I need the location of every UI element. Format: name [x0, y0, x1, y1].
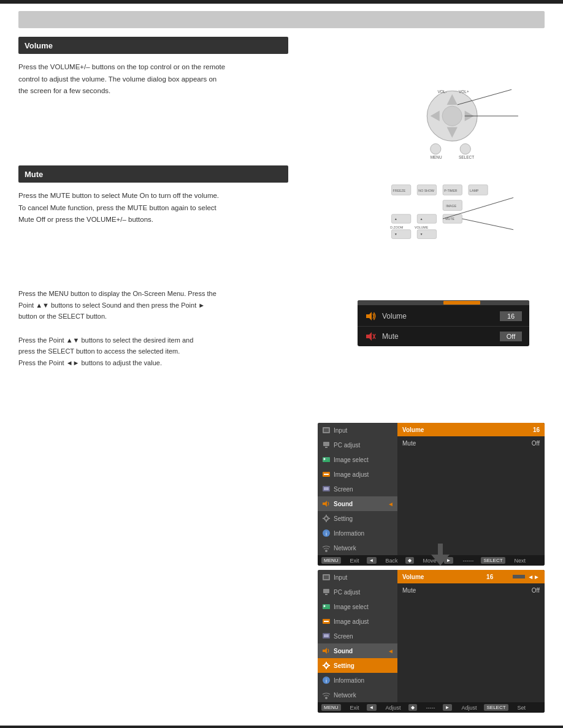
menu-key2: MENU [321, 704, 341, 711]
remote-top-illustration: VOL- VOL+ MENU SELECT [391, 80, 526, 165]
sound-arrow2: ◄ [388, 648, 394, 654]
footer2-set: SELECT Set [484, 704, 526, 711]
volume-icon [365, 311, 377, 321]
svg-point-8 [431, 143, 441, 154]
pc-icon [321, 440, 331, 450]
footer2-dash: ► Adjust [443, 704, 477, 711]
svg-marker-39 [366, 332, 372, 341]
svg-rect-78 [326, 668, 327, 669]
svg-point-69 [324, 605, 326, 607]
svg-rect-67 [325, 594, 327, 595]
body-text-3: Press the MENU button to display the On-… [18, 288, 282, 369]
menu1-item-setting: Setting [318, 511, 397, 526]
svg-text:LAMP: LAMP [470, 189, 479, 192]
menu2-item-input: Input [318, 570, 397, 585]
footer2-menu: MENU Exit [321, 704, 359, 711]
body-text-1: Press the VOLUME+/– buttons on the top c… [18, 61, 282, 97]
svg-text:VOL+: VOL+ [459, 89, 469, 94]
setting-icon [321, 514, 331, 523]
image-adjust-icon [321, 469, 331, 479]
input-icon [321, 425, 331, 435]
information-icon2: i [321, 675, 331, 685]
section1-header: Volume [18, 37, 288, 54]
remote-bottom-illustration: FREEZE NO SHOW P-TIMER LAMP IMAGE ▲ ▲ MU… [385, 178, 526, 288]
header-bar [18, 11, 545, 28]
section2-header: Mute [18, 165, 288, 183]
svg-rect-50 [324, 474, 329, 475]
pc-icon2 [321, 587, 331, 597]
sound-arrow: ◄ [388, 501, 394, 507]
sound-icon2 [321, 646, 331, 656]
svg-rect-63 [438, 544, 443, 556]
svg-marker-75 [323, 648, 327, 654]
svg-point-9 [460, 143, 470, 154]
back-key: ◄ [367, 557, 377, 564]
svg-text:▲: ▲ [419, 217, 423, 221]
svg-rect-43 [324, 428, 329, 432]
volume-row: Volume 16 [358, 306, 529, 327]
arrow-between-menus [431, 545, 450, 564]
menu1-item-screen: Screen [318, 482, 397, 496]
svg-rect-72 [324, 621, 329, 622]
setting-icon2 [321, 661, 331, 670]
mute-label: Mute [382, 332, 500, 341]
information-icon: i [321, 528, 331, 538]
volume-indicator: Volume 16 Mute Off [358, 300, 529, 346]
volume-bar-fill [443, 301, 480, 305]
menu2-item-network: Network [318, 688, 397, 702]
svg-rect-56 [326, 521, 327, 522]
footer1-next: SELECT Next [481, 557, 526, 564]
menu1-item-information: i Information [318, 526, 397, 540]
menu2-item-sound: Sound ◄ [318, 643, 397, 658]
menu-screen-2: Input PC adjust Image select Image adjus… [318, 570, 545, 713]
svg-text:VOL-: VOL- [438, 89, 447, 94]
svg-text:IMAGE: IMAGE [446, 204, 456, 208]
page-border-top [0, 0, 563, 4]
svg-rect-52 [324, 487, 329, 490]
mute-value: Off [500, 332, 522, 341]
section1-label: Volume [25, 41, 53, 50]
svg-rect-77 [326, 662, 327, 663]
svg-rect-65 [324, 575, 329, 579]
menu1-right-mute: Mute Off [397, 436, 545, 450]
svg-point-83 [325, 697, 327, 699]
svg-text:FREEZE: FREEZE [393, 189, 406, 192]
svg-point-54 [324, 517, 328, 520]
svg-line-37 [462, 219, 513, 230]
svg-rect-58 [329, 518, 330, 519]
volume-value: 16 [500, 311, 522, 321]
menu2-item-information: i Information [318, 673, 397, 688]
menu2-item-image-adjust: Image adjust [318, 614, 397, 629]
menu2-item-image-select: Image select [318, 599, 397, 614]
menu1-item-image-adjust: Image adjust [318, 467, 397, 482]
svg-text:VOLUME: VOLUME [415, 226, 429, 229]
input-icon2 [321, 572, 331, 582]
select-key: SELECT [481, 557, 505, 564]
body-text-2: Press the MUTE button to select Mute On … [18, 190, 282, 226]
footer1-menu: MENU Exit [321, 557, 359, 564]
svg-text:▲: ▲ [394, 217, 397, 221]
svg-rect-80 [329, 665, 330, 666]
svg-point-61 [325, 550, 327, 552]
sound-icon [321, 499, 331, 509]
menu1-item-pc: PC adjust [318, 438, 397, 452]
svg-text:▼: ▼ [419, 232, 423, 236]
footer2-back: ◄ Adjust [367, 704, 401, 711]
page-border-bottom [0, 726, 563, 728]
svg-rect-44 [323, 442, 329, 446]
svg-rect-66 [323, 589, 329, 593]
move-key2: ◆ [408, 704, 417, 711]
menu2-right-header: Volume 16 ◄► [397, 570, 545, 583]
image-adjust-icon2 [321, 616, 331, 626]
svg-rect-79 [323, 665, 324, 666]
network-icon2 [321, 690, 331, 700]
svg-text:NO SHOW: NO SHOW [418, 189, 434, 192]
menu1-item-input: Input [318, 423, 397, 438]
svg-text:▼: ▼ [394, 232, 397, 236]
menu2-item-pc: PC adjust [318, 585, 397, 599]
menu1-item-sound: Sound ◄ [318, 496, 397, 511]
network-icon [321, 543, 331, 553]
screen-icon2 [321, 631, 331, 641]
svg-rect-45 [325, 447, 327, 448]
image-select-icon [321, 455, 331, 464]
